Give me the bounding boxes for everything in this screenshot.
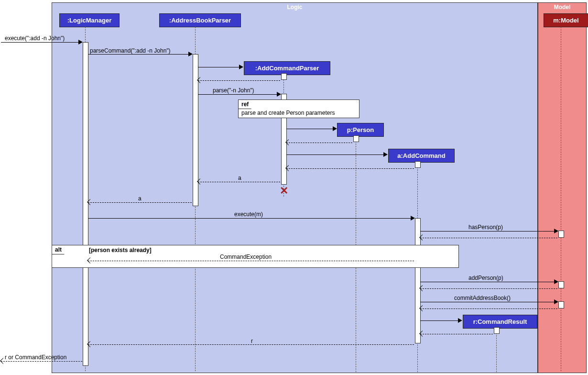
alt-guard: [person exists already]: [89, 247, 152, 254]
arrowhead-commit: [554, 299, 558, 304]
activation-commandresult: [494, 327, 500, 334]
arrow-addperson: [420, 282, 557, 282]
arrowhead-create-acparser: [239, 65, 243, 69]
arrow-create-addcommand: [286, 154, 387, 155]
participant-add-command: a:AddCommand: [388, 149, 455, 163]
arrowhead-parsecommand: [188, 52, 193, 56]
arrowhead-execute-add: [78, 40, 83, 44]
msg-hasperson: hasPerson(p): [468, 224, 503, 231]
participant-command-result: r:CommandResult: [463, 315, 537, 329]
arrow-return-a1: [198, 182, 280, 182]
frame-model: Model: [538, 2, 587, 373]
activation-acparser-create: [281, 73, 287, 80]
arrowhead-create-commandresult: [458, 318, 462, 323]
activation-model-addperson: [558, 281, 564, 288]
arrow-execute-m: [88, 218, 414, 219]
ref-text: parse and create Person parameters: [241, 110, 335, 116]
arrow-return-addcommand: [286, 168, 414, 169]
arrow-commit: [420, 302, 557, 302]
arrowhead-create-addcommand: [383, 152, 388, 157]
msg-return-r: r: [251, 338, 253, 344]
arrow-return-final: [1, 361, 82, 362]
activation-person: [353, 135, 359, 142]
arrow-return-r: [88, 344, 414, 345]
arrow-return-a2: [88, 202, 192, 203]
arrow-hasperson: [420, 231, 557, 232]
lifeline-commandresult: [496, 328, 497, 372]
arrow-create-commandresult: [420, 320, 461, 321]
participant-add-command-parser: :AddCommandParser: [244, 61, 330, 75]
arrow-create-person: [286, 129, 336, 129]
participant-model: m:Model: [544, 13, 588, 27]
activation-model-commit: [558, 301, 564, 309]
arrowhead-parse: [277, 92, 281, 97]
msg-commandexception: CommandException: [220, 254, 272, 260]
arrowhead-addperson: [554, 279, 558, 284]
ref-box: ref parse and create Person parameters: [238, 99, 359, 118]
msg-parsecommand: parseCommand(":add -n John"): [90, 47, 171, 54]
arrow-return-hasperson: [420, 238, 557, 238]
arrow-return-person: [286, 143, 352, 143]
arrow-parsecommand: [88, 54, 191, 55]
msg-return-a1: a: [238, 175, 241, 181]
participant-person: p:Person: [337, 123, 384, 137]
msg-parse: parse("-n John"): [213, 87, 254, 94]
arrow-return-addperson: [420, 288, 557, 289]
msg-commit: commitAddressBook(): [454, 295, 511, 301]
arrowhead-create-person: [333, 126, 337, 131]
msg-return-final: r or CommandException: [5, 354, 66, 361]
msg-execute-m: execute(m): [234, 211, 263, 218]
frame-logic-title: Logic: [287, 4, 303, 11]
arrow-return-commit: [420, 309, 557, 309]
arrow-commandexception: [88, 261, 414, 261]
ref-tab: ref: [238, 99, 253, 109]
arrowhead-hasperson: [554, 229, 558, 233]
msg-addperson: addPerson(p): [468, 275, 503, 281]
arrowhead-execute-m: [411, 216, 415, 221]
arrow-return-acparser: [198, 80, 280, 81]
participant-logic-manager: :LogicManager: [59, 13, 120, 27]
arrow-parse: [198, 94, 280, 95]
lifeline-model: [561, 27, 561, 371]
arrow-create-acparser: [198, 67, 242, 67]
destroy-icon: ✕: [280, 185, 288, 197]
alt-tab: alt: [52, 245, 66, 254]
activation-model-hasperson: [558, 231, 564, 238]
arrow-return-commandresult: [420, 334, 493, 334]
frame-model-title: Model: [554, 4, 571, 11]
activation-logic-manager: [83, 42, 88, 366]
arrow-execute-add: [1, 42, 81, 43]
msg-execute-add: execute(":add -n John"): [5, 35, 65, 42]
participant-address-book-parser: :AddressBookParser: [159, 13, 241, 27]
activation-abparser: [193, 54, 198, 206]
msg-return-a2: a: [138, 195, 142, 202]
activation-addcommand-create: [415, 161, 421, 168]
